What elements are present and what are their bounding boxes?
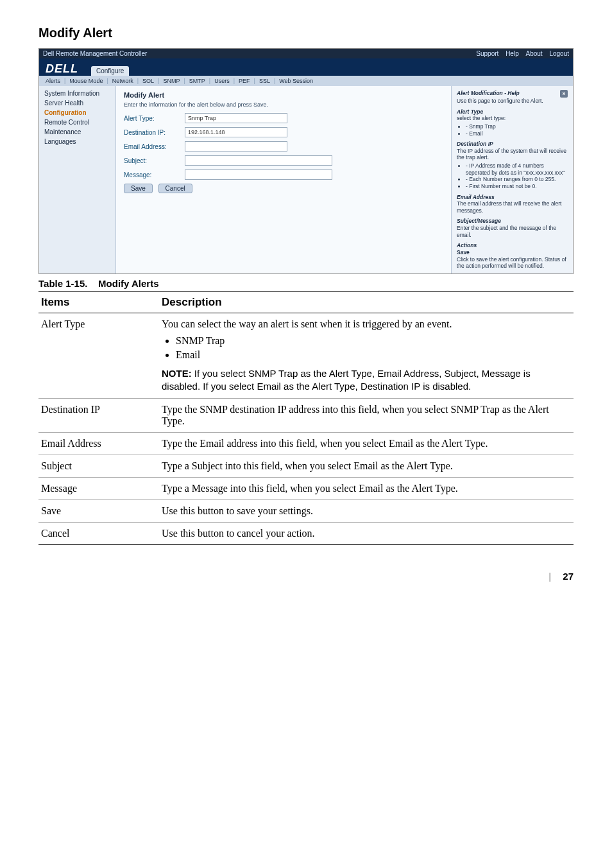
cancel-button[interactable]: Cancel [158, 184, 192, 193]
page-footer: | 27 [38, 571, 574, 582]
cell-desc: Use this button to save your settings. [159, 500, 574, 523]
main-panel: Modify Alert Enter the information for t… [116, 86, 451, 273]
cell-desc: Type a Subject into this field, when you… [159, 455, 574, 478]
help-pane: Alert Modification - Help × Use this pag… [451, 86, 573, 273]
save-button[interactable]: Save [124, 184, 153, 193]
sidebar-item-configuration[interactable]: Configuration [44, 109, 110, 116]
subtab-users[interactable]: Users [214, 78, 230, 84]
page-number: 27 [563, 571, 574, 582]
label-email-address: Email Address: [124, 143, 185, 150]
link-about[interactable]: About [525, 50, 542, 57]
link-help[interactable]: Help [506, 50, 519, 57]
note-text: If you select SNMP Trap as the Alert Typ… [162, 368, 531, 392]
subtab-snmp[interactable]: SNMP [163, 78, 180, 84]
select-alert-type[interactable]: Snmp Trap [185, 113, 287, 123]
cell-item: Alert Type [38, 313, 159, 399]
table-row: Message Type a Message into this field, … [38, 478, 574, 500]
window-titlebar: Dell Remote Management Controller Suppor… [39, 49, 573, 58]
table-caption-title: Modify Alerts [98, 278, 158, 289]
link-logout[interactable]: Logout [549, 50, 569, 57]
table-caption-prefix: Table 1-15. [38, 278, 87, 289]
cell-item: Cancel [38, 523, 159, 545]
cell-item: Message [38, 478, 159, 500]
cell-item: Subject [38, 455, 159, 478]
link-support[interactable]: Support [476, 50, 498, 57]
table-row: Save Use this button to save your settin… [38, 500, 574, 523]
modify-alerts-table: Items Description Alert Type You can sel… [38, 291, 574, 546]
help-heading-actions: Actions [457, 242, 568, 249]
table-caption: Table 1-15. Modify Alerts [38, 278, 574, 289]
cell-item: Email Address [38, 433, 159, 455]
cell-desc: Type a Message into this field, when you… [159, 478, 574, 500]
table-row: Cancel Use this button to cancel your ac… [38, 523, 574, 545]
table-row: Destination IP Type the SNMP destination… [38, 399, 574, 433]
help-heading-alert-type: Alert Type [457, 108, 568, 116]
input-message[interactable] [185, 169, 332, 180]
window-title: Dell Remote Management Controller [43, 50, 147, 57]
input-email-address[interactable] [185, 141, 287, 152]
label-destination-ip: Destination IP: [124, 129, 185, 136]
help-heading-destination-ip: Destination IP [457, 141, 568, 148]
help-li: - First Number must not be 0. [466, 183, 568, 190]
th-description: Description [159, 291, 574, 313]
help-intro: Use this page to configure the Alert. [457, 98, 568, 105]
screenshot-modify-alert: Dell Remote Management Controller Suppor… [38, 48, 574, 274]
footer-separator: | [548, 571, 550, 582]
subtab-smtp[interactable]: SMTP [189, 78, 205, 84]
sub-tabs: Alerts| Mouse Mode| Network| SOL| SNMP| … [39, 76, 573, 86]
panel-hint: Enter the information for the alert belo… [124, 101, 443, 108]
help-li: - Each Number ranges from 0 to 255. [466, 176, 568, 183]
input-destination-ip[interactable]: 192.168.1.148 [185, 127, 287, 137]
sidebar: System Information Server Health Configu… [39, 86, 116, 273]
cell-item: Save [38, 500, 159, 523]
table-row: Email Address Type the Email address int… [38, 433, 574, 455]
subtab-ssl[interactable]: SSL [259, 78, 270, 84]
bullet: SNMP Trap [176, 335, 571, 347]
label-alert-type: Alert Type: [124, 115, 185, 122]
help-li: - Email [466, 130, 568, 137]
help-text-email: The email address that will receive the … [457, 200, 568, 214]
help-li: - Snmp Trap [466, 123, 568, 130]
help-save-label: Save [457, 249, 568, 256]
cell-desc: You can select the way an alert is sent … [159, 313, 574, 399]
subtab-alerts[interactable]: Alerts [46, 78, 60, 84]
close-icon[interactable]: × [560, 90, 568, 98]
dell-logo: DELL [46, 62, 78, 76]
help-text-subject-message: Enter the subject and the message of the… [457, 225, 568, 238]
brand-row: DELL Configure [39, 58, 573, 76]
table-row: Subject Type a Subject into this field, … [38, 455, 574, 478]
panel-title: Modify Alert [124, 91, 443, 99]
section-title: Modify Alert [38, 26, 574, 40]
help-li: - IP Address made of 4 numbers seperated… [466, 162, 568, 176]
cell-desc: Type the SNMP destination IP address int… [159, 399, 574, 433]
help-save-text: Click to save the alert configuration. S… [457, 256, 568, 270]
cell-item: Destination IP [38, 399, 159, 433]
subtab-pef[interactable]: PEF [239, 78, 250, 84]
help-heading-subject-message: Subject/Message [457, 218, 568, 225]
th-items: Items [38, 291, 159, 313]
subtab-web-session[interactable]: Web Session [279, 78, 313, 84]
help-text-destination-ip: The IP address of the system that will r… [457, 148, 568, 161]
cell-desc: Type the Email address into this field, … [159, 433, 574, 455]
window-title-links: Support Help About Logout [471, 50, 569, 57]
help-text-alert-type: select the alert type: [457, 115, 568, 122]
desc-lead: You can select the way an alert is sent … [162, 318, 452, 329]
subtab-mouse-mode[interactable]: Mouse Mode [69, 78, 103, 84]
sidebar-item-languages[interactable]: Languages [44, 138, 110, 145]
primary-tabs: Configure [91, 66, 129, 76]
subtab-network[interactable]: Network [112, 78, 133, 84]
label-subject: Subject: [124, 157, 185, 164]
cell-desc: Use this button to cancel your action. [159, 523, 574, 545]
sidebar-item-maintenance[interactable]: Maintenance [44, 128, 110, 135]
sidebar-item-system-information[interactable]: System Information [44, 90, 110, 97]
sidebar-item-remote-control[interactable]: Remote Control [44, 119, 110, 126]
tab-configure[interactable]: Configure [91, 66, 129, 76]
note-prefix: NOTE: [162, 368, 192, 379]
help-heading-email: Email Address [457, 194, 568, 201]
label-message: Message: [124, 171, 185, 178]
help-title: Alert Modification - Help [457, 90, 520, 98]
sidebar-item-server-health[interactable]: Server Health [44, 100, 110, 107]
input-subject[interactable] [185, 155, 332, 166]
bullet: Email [176, 349, 571, 361]
subtab-sol[interactable]: SOL [142, 78, 154, 84]
